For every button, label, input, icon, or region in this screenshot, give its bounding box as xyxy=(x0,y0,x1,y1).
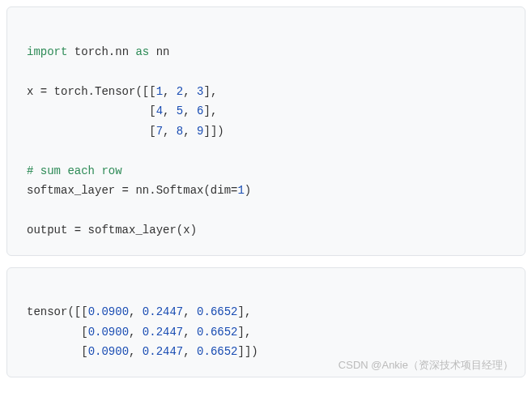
code-text: [ xyxy=(27,104,156,117)
code-block-source: import torch.nn as nn x = torch.Tensor([… xyxy=(6,6,526,256)
watermark-text: CSDN @Ankie（资深技术项目经理） xyxy=(338,356,513,375)
code-text: ]]) xyxy=(203,125,223,138)
code-text: tensor([[ xyxy=(27,305,88,318)
number-literal: 4 xyxy=(156,104,163,117)
code-text: softmax_layer = nn.Softmax(dim= xyxy=(27,184,237,197)
keyword-import: import xyxy=(27,45,67,58)
code-text: output = softmax_layer(x) xyxy=(27,224,197,237)
number-literal: 2 xyxy=(177,85,183,98)
number-literal: 5 xyxy=(177,104,183,117)
keyword-as: as xyxy=(135,45,149,58)
code-text: x = torch.Tensor([[ xyxy=(27,85,156,98)
code-text: , xyxy=(163,104,177,117)
comment-line: # sum each row xyxy=(27,164,122,177)
code-text: , xyxy=(183,345,197,358)
code-text: , xyxy=(163,125,177,138)
number-literal: 0.2447 xyxy=(143,305,183,318)
code-text: ]]) xyxy=(238,345,258,358)
code-text: , xyxy=(129,305,143,318)
number-literal: 0.6652 xyxy=(197,326,237,339)
number-literal: 0.6652 xyxy=(197,305,237,318)
code-text: ], xyxy=(203,85,217,98)
number-literal: 7 xyxy=(156,125,163,138)
number-literal: 0.2447 xyxy=(143,345,183,358)
code-text: , xyxy=(183,326,197,339)
code-text: , xyxy=(129,326,143,339)
number-literal: 0.6652 xyxy=(197,345,237,358)
number-literal: 1 xyxy=(156,85,163,98)
number-literal: 0.0900 xyxy=(88,326,129,339)
code-text: , xyxy=(183,104,197,117)
code-text: [ xyxy=(27,345,88,358)
number-literal: 0.2447 xyxy=(143,326,183,339)
number-literal: 8 xyxy=(177,125,183,138)
number-literal: 0.0900 xyxy=(88,305,129,318)
code-text: [ xyxy=(27,326,88,339)
code-text: ], xyxy=(238,305,252,318)
code-text: , xyxy=(183,305,197,318)
code-text: , xyxy=(129,345,143,358)
code-text: , xyxy=(183,85,197,98)
code-text: ], xyxy=(203,104,217,117)
code-text: [ xyxy=(27,125,156,138)
code-text: ], xyxy=(238,326,252,339)
code-text: nn xyxy=(149,45,169,58)
code-block-output: tensor([[0.0900, 0.2447, 0.6652], [0.090… xyxy=(6,267,526,377)
code-text: , xyxy=(183,125,197,138)
number-literal: 0.0900 xyxy=(88,345,129,358)
number-literal: 1 xyxy=(237,184,244,197)
code-text: ) xyxy=(245,184,251,197)
code-text: , xyxy=(163,85,177,98)
code-text: torch.nn xyxy=(67,45,135,58)
